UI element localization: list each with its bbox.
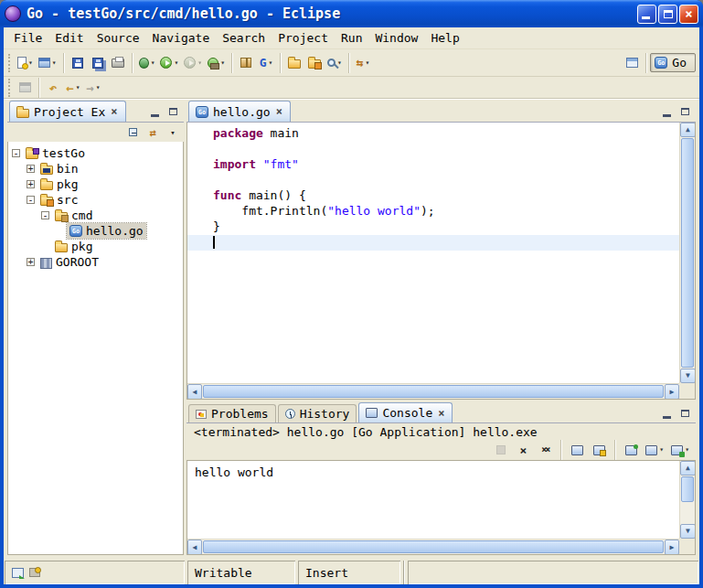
tab-console[interactable]: Console × <box>358 402 453 422</box>
profile-button[interactable]: ▾ <box>181 52 205 74</box>
collapse-all-button[interactable] <box>124 124 141 140</box>
key-icon[interactable] <box>29 568 40 577</box>
new-go-package-button[interactable] <box>236 52 256 74</box>
open-console-button[interactable]: ▾ <box>668 439 692 461</box>
code-area[interactable]: package main import "fmt" func main() { … <box>187 123 679 383</box>
print-button[interactable] <box>108 52 128 74</box>
scroll-up-button[interactable]: ▲ <box>680 461 696 476</box>
editor-vertical-scrollbar[interactable]: ▲ ▼ <box>679 123 695 383</box>
search-button[interactable]: ▾ <box>325 52 345 74</box>
tab-history[interactable]: History <box>278 404 357 422</box>
display-selected-console-button[interactable]: ▾ <box>643 439 666 461</box>
pin-editor-button[interactable] <box>15 77 35 99</box>
minimize-console-button[interactable] <box>659 406 675 421</box>
tree-item-pkg-src[interactable]: pkg <box>8 239 183 254</box>
menu-file[interactable]: File <box>7 28 48 48</box>
last-edit-location-button[interactable]: ↶ <box>43 77 63 99</box>
maximize-editor-button[interactable] <box>677 104 693 119</box>
run-button[interactable]: ▾ <box>157 52 181 74</box>
scrollbar-thumb[interactable] <box>203 385 664 398</box>
menu-run[interactable]: Run <box>335 28 368 48</box>
tree-item-cmd[interactable]: - cmd <box>8 208 183 223</box>
expander-icon[interactable]: - <box>41 211 49 219</box>
maximize-button[interactable] <box>658 5 677 24</box>
dropdown-icon: ▾ <box>174 59 178 67</box>
maximize-console-button[interactable] <box>677 406 693 421</box>
title-bar: Go - testGo/src/cmd/hello.go - Eclipse × <box>0 0 703 27</box>
scrollbar-thumb[interactable] <box>681 138 694 368</box>
scrollbar-thumb[interactable] <box>203 540 664 553</box>
new-go-element-button[interactable]: G▾ <box>256 52 276 74</box>
save-all-button[interactable] <box>88 52 108 74</box>
tree-item-testGo[interactable]: - testGo <box>8 145 183 161</box>
scroll-right-button[interactable]: ▶ <box>665 540 679 555</box>
link-with-editor-button[interactable]: ⇄ <box>144 124 161 140</box>
dropdown-icon: ▾ <box>337 59 342 67</box>
expander-icon[interactable]: + <box>27 180 35 188</box>
tree-item-pkg[interactable]: + pkg <box>8 176 183 192</box>
save-button[interactable] <box>68 52 88 74</box>
minimize-button[interactable] <box>637 5 656 24</box>
scroll-up-button[interactable]: ▲ <box>680 123 696 137</box>
console-horizontal-scrollbar[interactable]: ◀ ▶ <box>187 539 679 554</box>
menu-project[interactable]: Project <box>272 28 335 48</box>
scroll-down-button[interactable]: ▼ <box>680 369 696 383</box>
team-sync-button[interactable]: ⇆▾ <box>353 52 373 74</box>
close-view-icon[interactable]: × <box>110 106 118 117</box>
menu-help[interactable]: Help <box>424 28 465 48</box>
open-type-button[interactable] <box>304 52 325 74</box>
maximize-view-button[interactable] <box>165 104 181 119</box>
editor-tab-hello-go[interactable]: Go hello.go × <box>188 101 291 122</box>
close-editor-icon[interactable]: × <box>275 106 283 117</box>
menu-search[interactable]: Search <box>216 28 272 48</box>
new-project-button[interactable]: ▾ <box>36 52 59 74</box>
expander-icon[interactable]: + <box>27 258 35 266</box>
expander-icon[interactable]: - <box>12 149 20 157</box>
close-button[interactable]: × <box>679 5 698 24</box>
tree-item-hello-go[interactable]: Gohello.go <box>8 223 183 239</box>
project-explorer-tab[interactable]: Project Ex × <box>9 101 126 122</box>
scroll-down-button[interactable]: ▼ <box>680 524 696 539</box>
menu-edit[interactable]: Edit <box>48 28 90 48</box>
scroll-left-button[interactable]: ◀ <box>187 384 202 400</box>
editor-horizontal-scrollbar[interactable]: ◀ ▶ <box>187 383 679 399</box>
tree-item-goroot[interactable]: + GOROOT <box>8 254 183 270</box>
minimize-view-button[interactable] <box>147 104 163 119</box>
console-output[interactable]: hello world <box>187 461 679 539</box>
console-vertical-scrollbar[interactable]: ▲ ▼ <box>679 461 695 539</box>
close-console-icon[interactable]: × <box>437 408 445 419</box>
remove-all-launches-button[interactable]: ×× <box>535 439 555 461</box>
view-menu-button[interactable]: ▾ <box>165 124 181 140</box>
go-perspective-button[interactable]: Go Go <box>650 53 696 72</box>
debug-button[interactable]: ▾ <box>136 52 158 74</box>
tree-item-bin[interactable]: + bin <box>8 161 183 176</box>
scroll-lock-button[interactable] <box>589 439 609 461</box>
fast-view-button[interactable] <box>12 568 24 578</box>
new-wizard-button[interactable]: ▾ <box>15 52 36 74</box>
scrollbar-thumb[interactable] <box>681 476 694 502</box>
expander-icon[interactable]: + <box>27 165 35 173</box>
terminate-button[interactable] <box>491 439 511 461</box>
pin-console-button[interactable] <box>621 439 641 461</box>
expander-icon[interactable]: - <box>27 196 35 204</box>
clear-console-button[interactable] <box>567 439 587 461</box>
tab-problems[interactable]: Problems <box>188 404 276 422</box>
remove-launch-button[interactable]: × <box>513 439 533 461</box>
forward-button[interactable]: →▾ <box>83 77 103 99</box>
back-button[interactable]: ←▾ <box>63 77 83 99</box>
toolbar-grip[interactable] <box>8 79 11 97</box>
menu-source[interactable]: Source <box>91 28 146 48</box>
scroll-right-button[interactable]: ▶ <box>665 384 679 400</box>
minimize-editor-button[interactable] <box>659 104 675 119</box>
tree-item-src[interactable]: - src <box>8 192 183 208</box>
dropdown-icon: ▾ <box>197 59 202 67</box>
dropdown-icon: ▾ <box>76 84 80 91</box>
menu-window[interactable]: Window <box>368 28 424 48</box>
external-tools-button[interactable]: ▾ <box>205 52 228 74</box>
open-perspective-button[interactable] <box>622 52 642 74</box>
project-tree[interactable]: - testGo + bin + pkg - src - cmd <box>7 142 184 555</box>
open-resource-button[interactable] <box>284 52 304 74</box>
toolbar-grip[interactable] <box>8 54 11 72</box>
menu-navigate[interactable]: Navigate <box>146 28 217 48</box>
scroll-left-button[interactable]: ◀ <box>187 540 202 555</box>
